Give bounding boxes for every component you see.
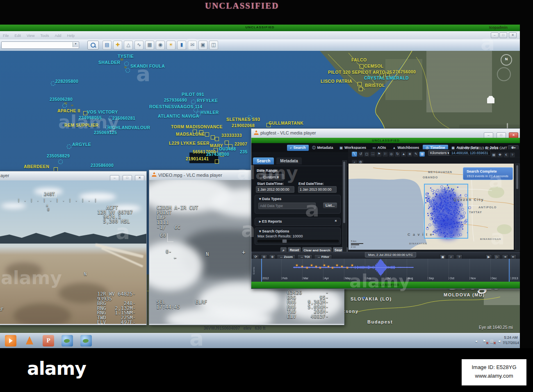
menu-item-help[interactable]: Help <box>67 34 75 38</box>
tray-hidden-icons[interactable]: ◂ <box>475 339 481 344</box>
place-label: zsony <box>343 309 359 314</box>
menu-item-view[interactable]: View <box>27 34 34 38</box>
es-reports-header[interactable]: ▸ ES Reports <box>259 219 282 223</box>
plugfest-map[interactable]: MEYCAUAYANOBANDOQuezon CityANTIPOLOTAYTA… <box>348 164 514 250</box>
search-input[interactable]: ▾ <box>1 41 79 49</box>
vessel-marker-box[interactable] <box>359 87 363 91</box>
map-tool-icon-11[interactable]: ▥ <box>419 152 425 157</box>
vessel-marker-box[interactable] <box>215 160 219 164</box>
map-tool-icon-10[interactable]: ✎ <box>413 152 419 157</box>
panel-tab-metadata[interactable]: Metadata <box>276 157 301 164</box>
close-button[interactable]: ✕ <box>509 32 517 38</box>
polygon-icon[interactable]: △ <box>124 41 133 50</box>
map-corner-button-0[interactable]: ▦ <box>491 153 497 157</box>
uav-video-feed[interactable]: 248T | . | . | . | . | . | . | ∧ 8 ACFT1… <box>0 180 146 324</box>
taskbar-google-earth-2[interactable] <box>80 335 92 346</box>
menu-item-file[interactable]: File <box>3 34 9 38</box>
taskbar-vlc[interactable] <box>24 335 35 346</box>
add-data-type-input[interactable]: Add Data Type <box>258 203 316 209</box>
timeline-plot[interactable]: Events 2012FebMarAprMayJunJulAugSepOctNo… <box>251 259 520 282</box>
taskbar-powerpoint[interactable]: P <box>43 335 54 346</box>
look-joystick[interactable] <box>497 67 511 81</box>
max-results-slider[interactable] <box>257 240 339 242</box>
panel-tab-search[interactable]: Search <box>253 157 274 164</box>
close-icon[interactable]: ✕ <box>335 219 337 223</box>
vessel-marker-circle[interactable] <box>67 144 71 149</box>
scrollbar-thumb[interactable] <box>343 162 345 223</box>
panel-scrollbar[interactable]: ▼ <box>342 160 347 259</box>
vessel-marker-circle[interactable] <box>62 103 67 108</box>
map-tool-icon-2[interactable]: ▢ <box>364 152 369 157</box>
plugfest-titlebar[interactable]: plugfest - VLC media player – □ ✕ <box>251 129 520 138</box>
vessel-marker-circle[interactable] <box>124 62 129 66</box>
map-tool-icon-5[interactable]: ⚐ <box>383 152 388 157</box>
slider-handle[interactable] <box>282 239 287 243</box>
menu-item-edit[interactable]: Edit <box>15 34 21 38</box>
map-corner-button-2[interactable]: € <box>503 153 509 157</box>
date-range-select[interactable]: Custom ▾ <box>260 174 284 180</box>
menu-item-tools[interactable]: Tools <box>40 34 49 38</box>
units-select[interactable]: Kilometers ▾ <box>428 150 451 156</box>
timeline-axis-label: Events <box>253 267 255 274</box>
vessel-label: MADSALUNE <box>176 132 205 137</box>
vessel-marker-circle[interactable] <box>125 68 130 73</box>
planets-icon[interactable]: ▮ <box>177 41 186 50</box>
map-tool-icon-4[interactable]: ⚑ <box>376 152 382 157</box>
plugfest-window[interactable]: plugfest - VLC media player – □ ✕ UNCLAS… <box>251 128 521 289</box>
timeline-cursor-right[interactable] <box>509 259 510 282</box>
tab-search[interactable]: ⌕Search <box>287 145 309 151</box>
tray-network-status[interactable]: ▤✕ <box>490 339 495 344</box>
map-tool-icon-0[interactable]: ╲ <box>352 152 357 157</box>
taskbar-google-earth-1[interactable] <box>61 335 73 346</box>
vessel-marker-circle[interactable] <box>191 100 196 104</box>
save-image-icon[interactable]: ◫ <box>209 41 218 50</box>
timeline-month-May: May <box>344 277 351 280</box>
map-corner-button-1[interactable]: ✚ <box>497 153 503 157</box>
path-icon[interactable]: ∿ <box>134 41 144 50</box>
search-options-header[interactable]: ▾ Search Options <box>259 229 289 233</box>
vessel-marker-circle[interactable] <box>58 160 63 164</box>
vlc-left-titlebar[interactable]: ayer – □ ✕ <box>0 171 146 181</box>
tray-flag-status[interactable]: ⚑✕ <box>483 339 488 344</box>
aoi-rectangle[interactable] <box>424 184 468 239</box>
record-tour-icon[interactable]: ◉ <box>156 41 165 50</box>
tray-volume[interactable]: ◄ <box>497 339 503 344</box>
vessel-marker-box[interactable] <box>215 137 219 141</box>
map-tool-icon-1[interactable]: ↺ <box>358 152 363 157</box>
vessel-marker-box[interactable] <box>360 64 364 68</box>
sidebar-icon[interactable]: ▤ <box>102 41 112 50</box>
maximize-button[interactable]: □ <box>499 32 507 38</box>
minimize-button[interactable]: – <box>491 32 499 38</box>
print-icon[interactable]: ▣ <box>198 41 207 50</box>
vessel-marker-box[interactable] <box>211 135 215 139</box>
map-corner-button-3[interactable]: ? <box>510 153 515 157</box>
vessel-marker-box[interactable] <box>358 82 362 86</box>
taskbar-media-player[interactable] <box>5 335 16 346</box>
end-date-input[interactable]: 1 Jan 2013 00:00:00 <box>298 186 337 193</box>
image-overlay-icon[interactable]: ▦ <box>145 41 154 50</box>
map-tool-icon-9[interactable]: ≣ <box>407 152 412 157</box>
map-tool-icon-3[interactable]: ⛶ <box>370 152 376 157</box>
start-date-input[interactable]: 1 Jan 2012 00:00:00 <box>256 186 294 193</box>
search-button[interactable] <box>87 41 99 50</box>
sunlight-icon[interactable]: ☀ <box>166 41 175 50</box>
tab-metadata[interactable]: ⓘMetadata <box>310 145 336 151</box>
timeline-cursor-left[interactable] <box>261 259 262 282</box>
es-reports-section[interactable]: ▸ ES Reports ✕ <box>255 218 341 226</box>
list-button[interactable]: List... <box>323 202 337 209</box>
map-tool-icon-7[interactable]: ↻ <box>395 152 400 157</box>
menu-item-add[interactable]: Add <box>55 34 61 38</box>
vessel-marker-box[interactable] <box>225 141 229 145</box>
compass-control[interactable]: N <box>501 54 512 66</box>
vessel-marker-box[interactable] <box>205 132 209 137</box>
map-tool-icon-6[interactable]: ◎ <box>389 152 394 157</box>
placemark-icon[interactable]: ✚ <box>113 41 122 50</box>
metadata-icon: ⓘ <box>312 146 316 150</box>
vlc-window-left[interactable]: ayer – □ ✕ 248T | . | . | . | . | . | . … <box>0 171 147 325</box>
email-icon[interactable]: ✉ <box>188 41 197 50</box>
vessel-marker-circle[interactable] <box>51 81 55 86</box>
data-types-header[interactable]: ▾ Data Types <box>259 197 281 201</box>
map-scrollbar[interactable] <box>515 164 520 251</box>
chevron-down-icon[interactable]: ▾ <box>73 42 78 47</box>
map-tool-icon-8[interactable]: ▲ <box>401 152 406 157</box>
